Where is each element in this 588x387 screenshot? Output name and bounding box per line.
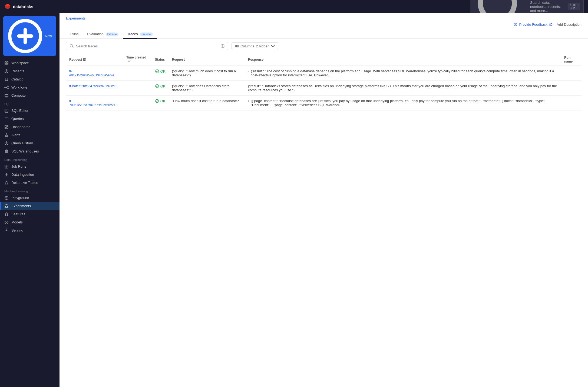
sidebar-item-playground[interactable]: Playground <box>0 194 60 202</box>
sidebar-item-recents[interactable]: Recents <box>0 67 60 75</box>
queries-icon <box>4 117 9 121</box>
col-header-request-id: Request ID <box>66 53 123 66</box>
svg-rect-23 <box>7 221 8 223</box>
svg-rect-12 <box>5 109 8 112</box>
tab-evaluation[interactable]: Evaluation Preview <box>83 30 123 39</box>
time-created-3 <box>123 96 152 110</box>
col-header-time-created[interactable]: Time created <box>123 53 152 66</box>
sidebar: New Workspace Recents Catalog Workflows … <box>0 13 60 387</box>
response-text-2: {"result": "Databricks stores databases … <box>248 84 558 92</box>
sidebar-item-models[interactable]: Models <box>0 218 60 226</box>
provide-feedback-button[interactable]: Provide Feedback <box>514 22 552 27</box>
time-created-2 <box>123 81 152 96</box>
sort-icon <box>127 59 131 63</box>
sidebar-item-query-history[interactable]: Query History <box>0 139 60 147</box>
clock-icon <box>4 69 9 73</box>
sidebar-item-queries[interactable]: Queries <box>0 115 60 123</box>
sidebar-item-catalog[interactable]: Catalog <box>0 75 60 83</box>
logo-text: databricks <box>13 4 33 9</box>
sidebar-item-experiments[interactable]: Experiments <box>0 202 60 210</box>
svg-rect-2 <box>5 61 6 63</box>
compute-icon <box>4 93 9 98</box>
sidebar-compute-label: Compute <box>11 93 26 97</box>
sidebar-item-compute[interactable]: Compute <box>0 92 60 100</box>
sql-editor-icon <box>4 109 9 113</box>
machine-learning-section-label: Machine Learning <box>0 187 60 194</box>
sidebar-recents-label: Recents <box>11 69 24 73</box>
sidebar-item-workspace[interactable]: Workspace <box>0 59 60 67</box>
sidebar-workspace-label: Workspace <box>11 61 29 65</box>
sidebar-item-serving[interactable]: Serving <box>0 226 60 235</box>
page-header-actions: Provide Feedback Add Description <box>514 22 582 27</box>
plus-icon <box>8 18 43 54</box>
external-link-icon <box>549 23 552 26</box>
status-label-1: OK <box>160 69 166 73</box>
search-traces-input[interactable] <box>76 44 218 48</box>
tab-runs[interactable]: Runs <box>66 30 83 39</box>
traces-table: Request ID Time created Status Request R… <box>66 53 582 110</box>
request-id-link-3[interactable]: tr-70057c295d7d49279d8ccf1b59... <box>69 99 117 107</box>
sql-section-label: SQL <box>0 100 60 107</box>
svg-point-10 <box>7 88 8 89</box>
sidebar-item-dashboards[interactable]: Dashboards <box>0 123 60 131</box>
tab-traces[interactable]: Traces Preview <box>123 30 157 39</box>
response-content-3: [{"page_content": "Because databases are… <box>251 99 558 107</box>
sidebar-delta-live-tables-label: Delta Live Tables <box>11 181 38 185</box>
delta-live-tables-icon <box>4 181 9 185</box>
status-label-3: OK <box>160 99 166 103</box>
tab-traces-badge: Preview <box>140 32 153 36</box>
columns-hidden-count: 2 hidden <box>256 44 269 48</box>
sidebar-workflows-label: Workflows <box>11 85 28 89</box>
response-text-1: › {"result": "The cost of running a data… <box>248 69 558 77</box>
sidebar-data-ingestion-label: Data Ingestion <box>11 173 34 177</box>
svg-rect-13 <box>5 125 6 128</box>
tab-evaluation-badge: Preview <box>106 32 119 36</box>
svg-point-9 <box>7 86 8 87</box>
add-description-label: Add Description <box>557 22 582 27</box>
tab-runs-label: Runs <box>70 32 78 36</box>
sidebar-sql-editor-label: SQL Editor <box>11 109 28 113</box>
search-box[interactable] <box>66 42 228 50</box>
response-content-1: {"result": "The cost of running a databa… <box>251 69 558 77</box>
ok-icon-1 <box>155 69 159 73</box>
playground-icon <box>4 196 9 200</box>
run-name-2 <box>561 81 582 96</box>
col-header-response: Response <box>245 53 561 66</box>
expand-arrow-1[interactable]: › <box>248 69 249 77</box>
status-ok-2: OK <box>155 84 166 88</box>
request-id-link-2[interactable]: tr-bafef62bff5547ac8ed73b63fd0... <box>69 84 119 88</box>
new-button-label: New <box>45 34 52 38</box>
sidebar-item-data-ingestion[interactable]: Data Ingestion <box>0 171 60 179</box>
add-description-button[interactable]: Add Description <box>557 22 582 27</box>
sidebar-item-sql-editor[interactable]: SQL Editor <box>0 107 60 115</box>
sidebar-item-alerts[interactable]: Alerts <box>0 131 60 139</box>
sidebar-item-workflows[interactable]: Workflows <box>0 83 60 92</box>
sidebar-catalog-label: Catalog <box>11 77 24 81</box>
svg-rect-16 <box>5 128 6 129</box>
svg-rect-5 <box>7 63 8 65</box>
sidebar-item-job-runs[interactable]: Job Runs <box>0 162 60 171</box>
col-header-status: Status <box>152 53 169 66</box>
sidebar-alerts-label: Alerts <box>11 133 20 137</box>
sidebar-item-delta-live-tables[interactable]: Delta Live Tables <box>0 179 60 187</box>
request-id-link-1[interactable]: tr-e0191529efe54b619cd6a5ef2e... <box>69 69 117 77</box>
sidebar-sql-warehouses-label: SQL Warehouses <box>11 149 39 153</box>
sidebar-job-runs-label: Job Runs <box>11 164 26 168</box>
sidebar-query-history-label: Query History <box>11 141 33 145</box>
sidebar-models-label: Models <box>11 220 23 224</box>
sidebar-item-sql-warehouses[interactable]: SQL Warehouses <box>0 147 60 155</box>
breadcrumb-parent[interactable]: Experiments <box>66 16 85 20</box>
features-icon <box>4 212 9 216</box>
columns-button[interactable]: Columns 2 hidden <box>232 42 278 50</box>
logo: databricks <box>4 3 33 10</box>
data-ingestion-icon <box>4 173 9 177</box>
time-created-1 <box>123 66 152 81</box>
table-container: Request ID Time created Status Request R… <box>60 53 588 387</box>
expand-arrow-3[interactable]: › <box>248 99 249 107</box>
response-text-3: › [{"page_content": "Because databases a… <box>248 99 558 107</box>
sidebar-item-features[interactable]: Features <box>0 210 60 218</box>
status-label-2: OK <box>160 84 166 88</box>
ok-icon-2 <box>155 84 159 88</box>
sql-warehouses-icon <box>4 149 9 154</box>
new-button[interactable]: New <box>3 16 56 56</box>
